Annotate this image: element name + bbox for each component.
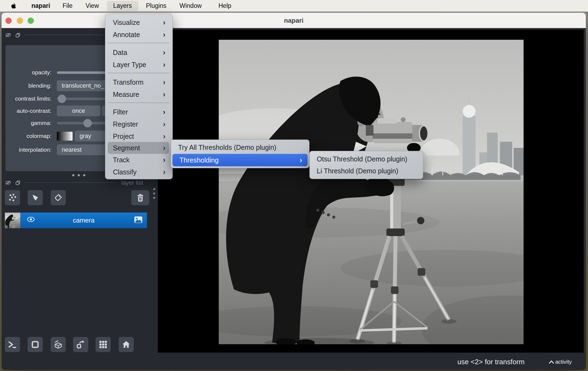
menu-item-segment[interactable]: Segment › (105, 142, 172, 154)
colormap-gradient-swatch (57, 132, 73, 141)
status-bar: use <2> for transform activity (2, 354, 586, 370)
ndisplay-2d-button[interactable] (28, 337, 43, 352)
chevron-right-icon: › (163, 90, 165, 99)
layer-list-title: layer list (121, 179, 143, 186)
segment-submenu: Try All Thresholds (Demo plugin) Thresho… (171, 140, 309, 168)
hide-dock-eye-icon[interactable] (5, 180, 11, 185)
chevron-right-icon: › (300, 156, 302, 164)
layer-thumbnail (5, 213, 20, 228)
menu-item-project[interactable]: Project› (105, 130, 172, 142)
chevron-right-icon: › (163, 61, 165, 69)
viewer-canvas-frame (158, 28, 586, 354)
menubar-item-help[interactable]: Help (218, 0, 231, 12)
macos-menu-bar: napari File View Layers Plugins Window H… (0, 0, 588, 12)
menu-item-track[interactable]: Track› (105, 154, 172, 166)
float-dock-icon[interactable] (15, 180, 22, 185)
auto-contrast-label: auto-contrast: (5, 108, 51, 114)
menu-item-layer-type[interactable]: Layer Type› (105, 59, 172, 71)
menubar-item-window[interactable]: Window (179, 0, 202, 12)
menu-item-visualize[interactable]: Visualize› (105, 16, 172, 28)
layer-row-camera[interactable]: camera (5, 213, 147, 228)
window-title: napari (2, 13, 586, 28)
window-content: opacity: blending: translucent_no_ contr… (2, 28, 586, 354)
interpolation-label: interpolation: (5, 147, 51, 153)
blending-label: blending: (5, 82, 51, 89)
new-labels-layer-button[interactable] (51, 190, 66, 205)
menu-item-thresholding[interactable]: Thresholding › (172, 154, 308, 166)
chevron-right-icon: › (163, 120, 165, 128)
console-button[interactable] (5, 337, 20, 352)
panel-resize-dots[interactable] (72, 174, 85, 176)
new-points-layer-button[interactable] (5, 190, 20, 205)
layer-name: camera (20, 217, 147, 224)
menubar-app-name[interactable]: napari (31, 0, 50, 12)
chevron-right-icon: › (163, 168, 165, 176)
chevron-up-icon (549, 360, 554, 364)
menu-item-register[interactable]: Register› (105, 118, 172, 130)
viewer-canvas[interactable] (158, 30, 584, 353)
gamma-label: gamma: (5, 120, 51, 126)
menu-item-otsu-threshold[interactable]: Otsu Threshold (Demo plugin) (310, 153, 423, 165)
image-layer-type-icon[interactable] (134, 216, 143, 223)
delete-layer-button[interactable] (131, 190, 149, 205)
chevron-right-icon: › (163, 31, 165, 39)
menu-item-try-all-thresholds[interactable]: Try All Thresholds (Demo plugin) (171, 141, 309, 153)
menubar-item-layers[interactable]: Layers (113, 0, 132, 12)
new-shapes-layer-button[interactable] (28, 190, 43, 205)
menu-item-li-threshold[interactable]: Li Threshold (Demo plugin) (310, 165, 423, 177)
gamma-handle[interactable] (83, 119, 92, 127)
menubar-item-plugins[interactable]: Plugins (146, 0, 166, 12)
chevron-right-icon: › (163, 18, 165, 27)
auto-contrast-once-button[interactable]: once (57, 105, 100, 116)
menu-item-transform[interactable]: Transform› (105, 76, 172, 88)
activity-label: activity (555, 359, 572, 365)
roll-dimensions-cube-button[interactable] (51, 337, 66, 352)
menu-separator (108, 102, 170, 103)
menubar-item-view[interactable]: View (86, 0, 99, 12)
menubar-item-file[interactable]: File (63, 0, 73, 12)
menu-separator (108, 73, 170, 73)
napari-window: napari opacity: blending: translucent_n (2, 13, 586, 370)
layer-list-divider (24, 182, 119, 183)
float-dock-icon[interactable] (15, 32, 22, 37)
menu-item-filter[interactable]: Filter› (105, 106, 172, 118)
transpose-dimensions-button[interactable] (73, 337, 88, 352)
camera-image-layer (219, 40, 524, 344)
status-hint: use <2> for transform (457, 354, 525, 370)
layers-menu: Visualize› Annotate› Data› Layer Type› T… (105, 14, 173, 179)
apple-logo-icon[interactable] (10, 2, 17, 9)
thresholding-submenu: Otsu Threshold (Demo plugin) Li Threshol… (309, 151, 423, 179)
opacity-label: opacity: (5, 69, 51, 76)
menu-separator (108, 43, 170, 43)
menu-item-annotate[interactable]: Annotate› (105, 29, 172, 41)
chevron-right-icon: › (163, 78, 165, 87)
chevron-right-icon: › (163, 144, 165, 152)
grid-view-button[interactable] (96, 337, 111, 352)
layer-selected-row[interactable]: camera (20, 213, 147, 228)
home-reset-view-button[interactable] (119, 337, 134, 352)
menu-item-data[interactable]: Data› (105, 47, 172, 58)
chevron-right-icon: › (163, 108, 165, 116)
hide-dock-eye-icon[interactable] (5, 33, 11, 38)
chevron-right-icon: › (163, 132, 165, 141)
colormap-label: colormap: (5, 133, 51, 139)
menu-item-classify[interactable]: Classify› (105, 166, 172, 178)
dock-resize-handle[interactable] (153, 188, 155, 199)
contrast-limits-label: contrast limits: (5, 95, 51, 102)
window-titlebar[interactable]: napari (2, 13, 586, 28)
chevron-right-icon: › (163, 156, 165, 164)
menu-item-measure[interactable]: Measure› (105, 88, 172, 100)
contrast-limits-handle[interactable] (58, 95, 66, 103)
activity-button[interactable]: activity (549, 354, 572, 370)
chevron-right-icon: › (163, 48, 165, 57)
